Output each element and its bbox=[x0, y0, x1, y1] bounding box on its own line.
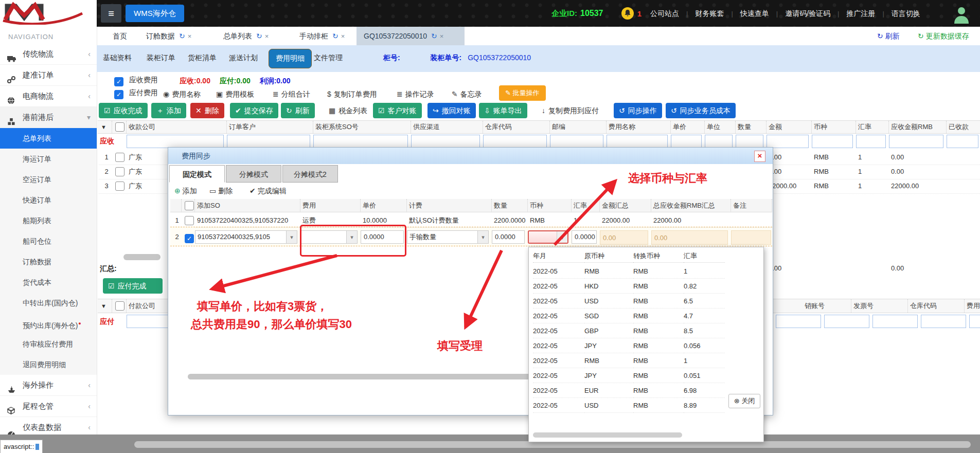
tool-费用模板[interactable]: ▣费用模板 bbox=[216, 87, 254, 101]
topbar-link-1[interactable]: 财务账套 bbox=[688, 9, 731, 17]
dialog-column-header-添加SO[interactable]: 添加SO bbox=[195, 199, 300, 212]
sidebar-item-船期列表[interactable]: 船期列表 bbox=[0, 210, 97, 231]
column-header-装柜系统SO号[interactable]: 装柜系统SO号 bbox=[313, 121, 411, 133]
refresh-button[interactable]: ↻ 刷新 bbox=[877, 27, 900, 45]
filter-input-收款公司[interactable] bbox=[127, 135, 224, 148]
currency-cell-年月[interactable]: 2022-05 bbox=[533, 368, 584, 383]
sidebar-item-待审核应付费用[interactable]: 待审核应付费用 bbox=[0, 334, 97, 354]
currency-cell-转换币种[interactable]: RMB bbox=[633, 338, 684, 353]
filter-input-payable-4[interactable] bbox=[969, 315, 980, 328]
dialog-column-header-金额汇总[interactable]: 金额汇总 bbox=[600, 199, 651, 212]
dialog-column-header-总应收金额RMB汇总[interactable]: 总应收金额RMB汇总 bbox=[651, 199, 731, 212]
filter-input-邮编[interactable] bbox=[550, 135, 603, 148]
action-提交保存[interactable]: ✔提交保存 bbox=[230, 103, 278, 118]
so-select[interactable]: 910537220400325,9105▾ bbox=[195, 230, 297, 244]
receivable-fee-checkbox[interactable]: ✓ bbox=[114, 77, 123, 86]
quantity-input[interactable]: 0.0000 bbox=[492, 230, 525, 244]
dialog-column-header-计费[interactable]: 计费 bbox=[407, 199, 492, 212]
currency-cell-年月[interactable]: 2022-05 bbox=[533, 309, 584, 323]
tab-派送计划[interactable]: 派送计划 bbox=[229, 53, 258, 63]
sidebar-item-快递订单[interactable]: 快递订单 bbox=[0, 190, 97, 210]
currency-cell-原币种[interactable]: EUR bbox=[584, 383, 633, 398]
dialog-select-all-checkbox[interactable] bbox=[182, 199, 195, 212]
sidebar-item-建准订单[interactable]: 建准订单‹ bbox=[0, 65, 97, 86]
column-header-应收金额RMB[interactable]: 应收金额RMB bbox=[889, 121, 947, 133]
open-tab-手动排柜[interactable]: 手动排柜↻× bbox=[292, 27, 364, 45]
filter-input-数量[interactable] bbox=[736, 135, 763, 148]
currency-cell-原币种[interactable]: HKD bbox=[584, 279, 633, 294]
sidebar-item-空运订单[interactable]: 空运订单 bbox=[0, 169, 97, 190]
dialog-tab-分摊模式[interactable]: 分摊模式 bbox=[226, 165, 281, 183]
row-checkbox[interactable] bbox=[113, 179, 127, 193]
dialog-column-header-币种[interactable]: 币种 bbox=[528, 199, 572, 212]
tab-refresh-icon[interactable]: ↻ bbox=[332, 32, 338, 40]
currency-cell-汇率[interactable]: 4.7 bbox=[684, 309, 725, 323]
currency-cell-原币种[interactable]: JPY bbox=[584, 368, 633, 383]
action-同步操作[interactable]: ↺同步操作 bbox=[614, 103, 662, 118]
filter-input-供应渠道[interactable] bbox=[411, 135, 480, 148]
tab-refresh-icon[interactable]: ↻ bbox=[179, 32, 185, 40]
currency-cell-转换币种[interactable]: RMB bbox=[633, 398, 684, 413]
column-header-费用名称[interactable]: 费用名称 bbox=[607, 121, 671, 133]
tab-close-icon[interactable]: × bbox=[341, 32, 345, 40]
filter-input-payable-3[interactable] bbox=[921, 315, 966, 328]
filter-input-装柜系统SO号[interactable] bbox=[313, 135, 408, 148]
update-cache-button[interactable]: ↻ 更新数据缓存 bbox=[918, 27, 969, 45]
bell-icon[interactable] bbox=[621, 7, 634, 20]
column-header-汇率[interactable]: 汇率 bbox=[856, 121, 889, 133]
filter-input-币种[interactable] bbox=[812, 135, 853, 148]
tool-复制订单费用[interactable]: $复制订单费用 bbox=[327, 87, 377, 101]
currency-cell-原币种[interactable]: USD bbox=[584, 294, 633, 309]
tool-备忘录[interactable]: ✎备忘录 bbox=[452, 87, 482, 101]
sidebar-item-退回费用明细[interactable]: 退回费用明细 bbox=[0, 354, 97, 375]
payable-complete-button[interactable]: ☑应付完成 bbox=[103, 278, 163, 294]
column-header-销账号[interactable]: 销账号 bbox=[803, 299, 851, 313]
currency-cell-汇率[interactable]: 1 bbox=[684, 264, 725, 279]
select-all-checkbox[interactable] bbox=[112, 299, 127, 313]
sidebar-item-尾程仓管[interactable]: 尾程仓管‹ bbox=[0, 396, 97, 417]
sidebar-item-船司仓位[interactable]: 船司仓位 bbox=[0, 231, 97, 251]
column-header-数量[interactable]: 数量 bbox=[736, 121, 767, 133]
currency-cell-年月[interactable]: 2022-05 bbox=[533, 353, 584, 368]
dialog-tool-添加[interactable]: ⊕添加 bbox=[174, 185, 197, 197]
sidebar-item-传统物流[interactable]: 传统物流‹ bbox=[0, 44, 97, 65]
currency-cell-汇率[interactable]: 1 bbox=[684, 353, 725, 368]
open-tab-总单列表[interactable]: 总单列表↻× bbox=[216, 27, 288, 45]
column-header-单价[interactable]: 单价 bbox=[671, 121, 705, 133]
column-header-已收款[interactable]: 已收款 bbox=[947, 121, 980, 133]
action-税金列表[interactable]: ▦税金列表 bbox=[324, 103, 372, 118]
topbar-link-5[interactable]: 语言切换 bbox=[884, 9, 928, 17]
filter-input-金额[interactable] bbox=[767, 135, 809, 148]
currency-cell-原币种[interactable]: SGD bbox=[584, 309, 633, 323]
sidebar-item-货代成本[interactable]: 货代成本 bbox=[0, 272, 97, 293]
tab-装柜订单[interactable]: 装柜订单 bbox=[147, 53, 175, 63]
currency-cell-转换币种[interactable]: RMB bbox=[633, 383, 684, 398]
currency-cell-年月[interactable]: 2022-05 bbox=[533, 264, 584, 279]
currency-cell-原币种[interactable]: JPY bbox=[584, 338, 633, 353]
select-all-checkbox[interactable] bbox=[112, 121, 127, 133]
tab-close-icon[interactable]: × bbox=[265, 32, 269, 40]
currency-cell-汇率[interactable]: 8.5 bbox=[684, 323, 725, 338]
receivable-fee-toggle[interactable]: ✓ 应收费用 bbox=[114, 76, 158, 86]
rate-input[interactable]: 0.0000 bbox=[572, 230, 597, 244]
row-checkbox[interactable] bbox=[113, 150, 127, 165]
currency-cell-转换币种[interactable]: RMB bbox=[633, 309, 684, 323]
column-header-单位[interactable]: 单位 bbox=[705, 121, 736, 133]
topbar-link-4[interactable]: 推广注册 bbox=[839, 9, 882, 17]
tool-分组合计[interactable]: ≣分组合计 bbox=[273, 87, 310, 101]
action-复制费用到应付[interactable]: ↓复制费用到应付 bbox=[537, 103, 604, 118]
column-header-仓库代码[interactable]: 仓库代码 bbox=[483, 121, 550, 133]
sidebar-item-海运订单[interactable]: 海运订单 bbox=[0, 149, 97, 169]
currency-cell-转换币种[interactable]: RMB bbox=[633, 279, 684, 294]
sidebar-item-预约出库(海外仓)[interactable]: 预约出库(海外仓)● bbox=[0, 313, 97, 334]
filter-input-payable-1[interactable] bbox=[824, 315, 869, 328]
dialog-column-header-单价[interactable]: 单价 bbox=[361, 199, 407, 212]
action-撤回对账[interactable]: ↪撤回对账 bbox=[427, 103, 476, 118]
tab-文件管理[interactable]: 文件管理 bbox=[314, 53, 343, 63]
filter-input-应收金额RMB[interactable] bbox=[889, 135, 943, 148]
column-header-邮编[interactable]: 邮编 bbox=[550, 121, 607, 133]
currency-cell-转换币种[interactable]: RMB bbox=[633, 368, 684, 383]
currency-cell-汇率[interactable]: 8.89 bbox=[684, 398, 725, 413]
dialog-column-header-备注[interactable]: 备注 bbox=[731, 199, 772, 212]
receivable-grid-hscrollbar[interactable] bbox=[123, 254, 161, 260]
